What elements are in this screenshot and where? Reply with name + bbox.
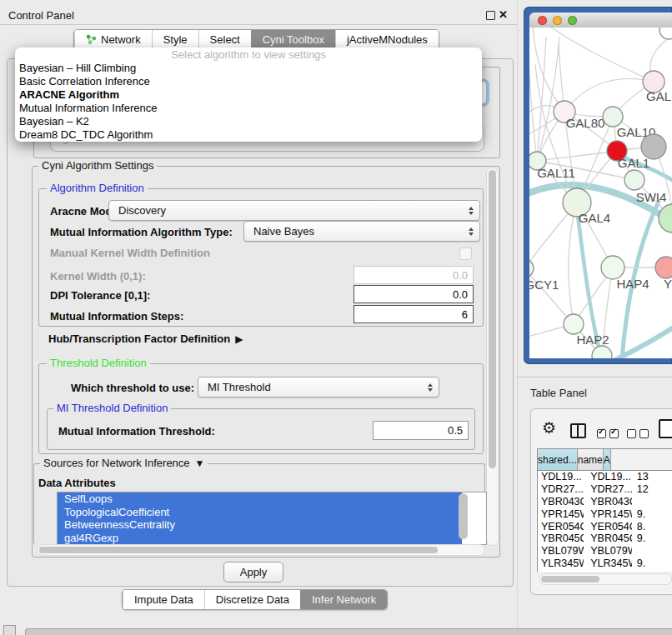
algorithm-popup-item[interactable]: Dream8 DC_TDC Algorithm: [15, 128, 482, 142]
manual-kernel-checkbox[interactable]: [459, 248, 472, 260]
attribute-list-item[interactable]: SelfLoops: [58, 492, 462, 506]
traffic-light-icon[interactable]: [553, 16, 562, 25]
control-panel-tab[interactable]: Select: [198, 30, 251, 49]
settings-vscrollbar[interactable]: [486, 168, 499, 546]
collapse-down-icon: ▼: [195, 458, 205, 469]
mi-steps-input[interactable]: 6: [354, 305, 474, 323]
table-header-cell[interactable]: shared...: [538, 449, 578, 470]
bottom-collapsed-bar[interactable]: [25, 628, 672, 635]
algorithm-popup-item[interactable]: Basic Correlation Inference: [15, 75, 482, 88]
cell-name: YER054C: [584, 521, 632, 532]
cell-shared-name: YBR043C: [538, 496, 584, 508]
attribute-list-item[interactable]: BetweennessCentrality: [58, 518, 462, 532]
cell-shared-name: YER054C: [538, 521, 584, 532]
mi-type-label: Mutual Information Algorithm Type:: [50, 226, 233, 238]
select-all-checks-icon[interactable]: [597, 427, 622, 442]
data-attributes-label: Data Attributes: [38, 477, 116, 489]
gear-icon[interactable]: ⚙: [542, 420, 556, 437]
table-panel-title: Table Panel: [530, 387, 587, 399]
mi-steps-label: Mutual Information Steps:: [50, 310, 183, 322]
mi-threshold-value: 0.5: [448, 424, 463, 437]
control-panel-tab[interactable]: jActiveMNodules: [335, 30, 439, 49]
svg-text:GAL1: GAL1: [618, 156, 649, 170]
expand-right-icon: ▶: [235, 333, 243, 345]
kernel-width-value: 0.0: [453, 269, 468, 282]
algorithm-popup-item[interactable]: ARACNE Algorithm: [15, 88, 482, 102]
dpi-tolerance-value: 0.0: [453, 288, 468, 301]
table-row[interactable]: YDR27... YDR27... 12: [538, 483, 672, 496]
tab-label: Cyni Toolbox: [263, 33, 324, 46]
threshold-definition-title: Threshold Definition: [47, 358, 150, 369]
which-threshold-combo[interactable]: MI Threshold: [198, 377, 439, 398]
table-row[interactable]: YPR145W YPR145W 9.: [538, 508, 672, 520]
network-window-titlebar[interactable]: [529, 12, 672, 28]
combo-spinner-icon: [428, 383, 433, 392]
columns-icon[interactable]: [570, 423, 586, 438]
app-root: Control Panel ✕ Network Style: [0, 0, 672, 635]
bottom-tab[interactable]: Infer Network: [300, 590, 387, 609]
table-header-cell[interactable]: name: [578, 449, 604, 470]
bottom-tab[interactable]: Impute Data: [123, 590, 204, 609]
cell-shared-name: YBR045C: [538, 532, 584, 544]
algorithm-popup-item[interactable]: Bayesian – Hill Climbing: [15, 62, 482, 75]
new-table-icon[interactable]: [659, 419, 672, 438]
table-hscrollbar-thumb[interactable]: [541, 576, 599, 582]
mi-threshold-input[interactable]: 0.5: [373, 421, 469, 440]
cell-name: YDR27...: [584, 483, 632, 495]
table-header-cell[interactable]: A: [604, 449, 611, 470]
aracne-mode-combo[interactable]: Discovery: [108, 200, 480, 221]
traffic-light-icon[interactable]: [538, 16, 547, 25]
algorithm-popup-item[interactable]: Bayesian – K2: [15, 115, 482, 128]
mi-threshold-label: Mutual Information Threshold:: [58, 425, 215, 438]
cell-shared-name: YDL19...: [538, 471, 584, 482]
traffic-light-icon[interactable]: [568, 16, 577, 25]
attribute-list-item[interactable]: gal4RGexp: [58, 532, 462, 545]
control-panel-tab[interactable]: Style: [152, 30, 198, 49]
mi-steps-value: 6: [462, 308, 468, 321]
cell-shared-name: YIL052C: [538, 570, 584, 572]
kernel-width-label: Kernel Width (0,1):: [50, 270, 146, 282]
close-panel-icon[interactable]: ✕: [499, 9, 508, 20]
table-body: YDL19... YDL19... 13 YDR27... YDR27... 1…: [537, 471, 672, 572]
bottom-tab[interactable]: Discretize Data: [204, 590, 300, 609]
tab-label: Impute Data: [134, 593, 193, 606]
apply-button[interactable]: Apply: [223, 562, 283, 582]
dpi-tolerance-label: DPI Tolerance [0,1]:: [50, 289, 150, 302]
combo-spinner-icon: [469, 207, 474, 215]
network-canvas[interactable]: GALGAL80GAL10GAL1GAL11SWI4GAL4GCY1HAP4YH…: [529, 28, 672, 358]
mi-type-combo[interactable]: Naive Bayes: [243, 221, 480, 242]
hub-definition-toggle[interactable]: Hub/Transcription Factor Definition ▶: [48, 332, 243, 345]
cell-value: 9.: [632, 532, 672, 544]
column-label: shared...: [538, 454, 577, 466]
manual-kernel-label: Manual Kernel Width Definition: [50, 247, 210, 259]
table-row[interactable]: YBR043C YBR043C: [538, 496, 672, 508]
table-row[interactable]: YDL19... YDL19... 13: [538, 471, 672, 483]
attribute-list-item[interactable]: TopologicalCoefficient: [58, 506, 462, 519]
settings-hscrollbar[interactable]: [37, 544, 485, 556]
table-hscrollbar[interactable]: [539, 573, 672, 585]
attributes-vscrollbar-thumb[interactable]: [459, 493, 468, 539]
table-row[interactable]: YBR045C YBR045C 9.: [538, 532, 672, 545]
data-attributes-list[interactable]: SelfLoops TopologicalCoefficient Between…: [57, 492, 487, 545]
kernel-width-input[interactable]: 0.0: [354, 266, 474, 284]
hub-definition-label: Hub/Transcription Factor Definition: [48, 332, 230, 345]
collapsed-panel-icon[interactable]: [3, 625, 16, 635]
tab-label: Select: [210, 33, 240, 46]
control-panel-tab[interactable]: Cyni Toolbox: [251, 30, 335, 49]
sources-title[interactable]: Sources for Network Inference▼: [40, 458, 208, 469]
settings-vscrollbar-thumb[interactable]: [489, 170, 496, 468]
svg-text:GAL11: GAL11: [537, 166, 575, 180]
table-row[interactable]: YER054C YER054C 8.: [538, 520, 672, 532]
cell-name: YLR345W: [584, 558, 632, 569]
algorithm-popup-item[interactable]: Mutual Information Inference: [15, 102, 482, 115]
settings-hscrollbar-thumb[interactable]: [39, 547, 438, 553]
deselect-all-checks-icon[interactable]: [627, 427, 652, 442]
cell-value: 13: [632, 471, 672, 482]
table-row[interactable]: YLR345W YLR345W 9.: [538, 558, 672, 570]
table-row[interactable]: YBL079W YBL079W: [538, 545, 672, 558]
dpi-tolerance-input[interactable]: 0.0: [354, 285, 474, 303]
which-threshold-value: MI Threshold: [208, 381, 271, 393]
float-panel-icon[interactable]: [486, 11, 495, 20]
table-row[interactable]: YIL052C YIL052C 9: [538, 569, 672, 572]
control-panel-tab[interactable]: Network: [74, 30, 152, 49]
